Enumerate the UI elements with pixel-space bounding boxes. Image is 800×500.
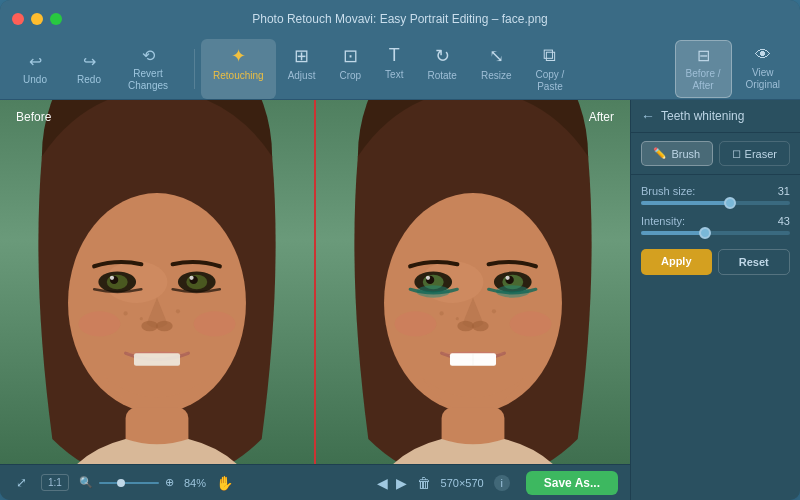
- maximize-button[interactable]: [50, 13, 62, 25]
- brush-size-track: [641, 201, 790, 205]
- undo-label: Undo: [23, 74, 47, 85]
- rotate-label: Rotate: [427, 70, 456, 81]
- brush-size-thumb[interactable]: [724, 197, 736, 209]
- svg-point-19: [194, 311, 236, 336]
- zoom-slider[interactable]: [99, 482, 159, 484]
- intensity-track: [641, 231, 790, 235]
- svg-point-10: [110, 276, 114, 280]
- app-window: Photo Retouch Movavi: Easy Portrait Edit…: [0, 0, 800, 500]
- redo-button[interactable]: ↪ Redo: [64, 40, 114, 98]
- eraser-icon: ◻: [732, 147, 741, 160]
- info-button[interactable]: i: [494, 475, 510, 491]
- svg-point-11: [189, 276, 193, 280]
- svg-point-35: [457, 321, 474, 331]
- panel-actions: Apply Reset: [641, 245, 790, 279]
- resize-tool[interactable]: ⤡ Resize: [469, 39, 524, 99]
- adjust-label: Adjust: [288, 70, 316, 81]
- svg-point-41: [492, 309, 496, 313]
- adjust-tool[interactable]: ⊞ Adjust: [276, 39, 328, 99]
- redo-label: Redo: [77, 74, 101, 85]
- svg-point-15: [124, 311, 128, 315]
- svg-point-36: [472, 321, 489, 331]
- svg-point-17: [176, 309, 180, 313]
- comparison-divider[interactable]: [314, 100, 316, 464]
- window-title: Photo Retouch Movavi: Easy Portrait Edit…: [252, 12, 548, 26]
- after-image: [316, 100, 630, 464]
- history-tools: ↩ Undo ↪ Redo ⟲ RevertChanges: [10, 40, 178, 98]
- canvas-area: Before After: [0, 100, 630, 500]
- brush-button[interactable]: ✏️ Brush: [641, 141, 713, 166]
- svg-point-18: [79, 311, 121, 336]
- intensity-thumb[interactable]: [699, 227, 711, 239]
- svg-point-12: [141, 321, 158, 331]
- zoom-out-icon[interactable]: 🔍: [79, 476, 93, 489]
- svg-point-39: [440, 311, 444, 315]
- retouching-icon: ✦: [231, 45, 246, 67]
- main-content: Before After: [0, 100, 800, 500]
- copypaste-tool[interactable]: ⧉ Copy /Paste: [524, 39, 577, 99]
- undo-icon: ↩: [29, 52, 42, 71]
- copypaste-label: Copy /Paste: [536, 69, 565, 93]
- resize-icon: ⤡: [489, 45, 504, 67]
- next-image-button[interactable]: ▶: [396, 475, 407, 491]
- bottom-toolbar: ⤢ 1:1 🔍 ⊕ 84% ✋ ◀ ▶ 🗑 570×570 i Save As.…: [0, 464, 630, 500]
- view-original-button[interactable]: 👁 ViewOriginal: [736, 41, 790, 96]
- retouching-tool[interactable]: ✦ Retouching: [201, 39, 276, 99]
- fit-screen-button[interactable]: ⤢: [12, 473, 31, 492]
- crop-label: Crop: [339, 70, 361, 81]
- brush-size-fill: [641, 201, 730, 205]
- brush-size-control: Brush size: 31: [641, 185, 790, 205]
- zoom-level: 84%: [184, 477, 206, 489]
- prev-image-button[interactable]: ◀: [377, 475, 388, 491]
- editing-tools: ✦ Retouching ⊞ Adjust ⊡ Crop T Text ↻ Ro…: [201, 39, 576, 99]
- intensity-control: Intensity: 43: [641, 215, 790, 235]
- eraser-button[interactable]: ◻ Eraser: [719, 141, 791, 166]
- intensity-fill: [641, 231, 705, 235]
- minimize-button[interactable]: [31, 13, 43, 25]
- adjust-icon: ⊞: [294, 45, 309, 67]
- before-after-label: Before /After: [686, 68, 721, 92]
- svg-point-31: [426, 276, 430, 280]
- view-original-label: ViewOriginal: [746, 67, 780, 91]
- zoom-control: 🔍 ⊕: [79, 476, 174, 489]
- close-button[interactable]: [12, 13, 24, 25]
- brush-label: Brush: [671, 148, 700, 160]
- eye-icon: 👁: [755, 46, 771, 64]
- view-tools: ⊟ Before /After 👁 ViewOriginal: [675, 40, 791, 98]
- save-as-button[interactable]: Save As...: [526, 471, 618, 495]
- rotate-tool[interactable]: ↻ Rotate: [415, 39, 468, 99]
- before-image: [0, 100, 314, 464]
- apply-button[interactable]: Apply: [641, 249, 712, 275]
- svg-point-40: [456, 317, 459, 320]
- image-comparison[interactable]: [0, 100, 630, 464]
- redo-icon: ↪: [83, 52, 96, 71]
- svg-point-13: [156, 321, 173, 331]
- panel-body: Brush size: 31 Intensity: 43: [631, 175, 800, 289]
- retouching-label: Retouching: [213, 70, 264, 81]
- crop-tool[interactable]: ⊡ Crop: [327, 39, 373, 99]
- hand-tool-button[interactable]: ✋: [216, 475, 233, 491]
- rotate-icon: ↻: [435, 45, 450, 67]
- revert-button[interactable]: ⟲ RevertChanges: [118, 40, 178, 98]
- right-panel: ← Teeth whitening ✏️ Brush ◻ Eraser Brus…: [630, 100, 800, 500]
- before-after-button[interactable]: ⊟ Before /After: [675, 40, 732, 98]
- revert-label: RevertChanges: [128, 68, 168, 92]
- svg-point-43: [510, 311, 552, 336]
- brush-tools: ✏️ Brush ◻ Eraser: [631, 133, 800, 175]
- text-tool[interactable]: T Text: [373, 39, 415, 99]
- revert-icon: ⟲: [142, 46, 155, 65]
- brush-icon: ✏️: [653, 147, 667, 160]
- delete-button[interactable]: 🗑: [417, 475, 431, 491]
- svg-rect-14: [134, 353, 180, 366]
- reset-button[interactable]: Reset: [718, 249, 791, 275]
- panel-header: ← Teeth whitening: [631, 100, 800, 133]
- zoom-in-icon[interactable]: ⊕: [165, 476, 174, 489]
- ratio-button[interactable]: 1:1: [41, 474, 69, 491]
- brush-size-label: Brush size: 31: [641, 185, 790, 197]
- toolbar-separator: [194, 49, 195, 89]
- window-controls: [12, 13, 62, 25]
- copypaste-icon: ⧉: [543, 45, 556, 66]
- undo-button[interactable]: ↩ Undo: [10, 40, 60, 98]
- back-button[interactable]: ←: [641, 108, 655, 124]
- toolbar: ↩ Undo ↪ Redo ⟲ RevertChanges ✦ Retouchi…: [0, 38, 800, 100]
